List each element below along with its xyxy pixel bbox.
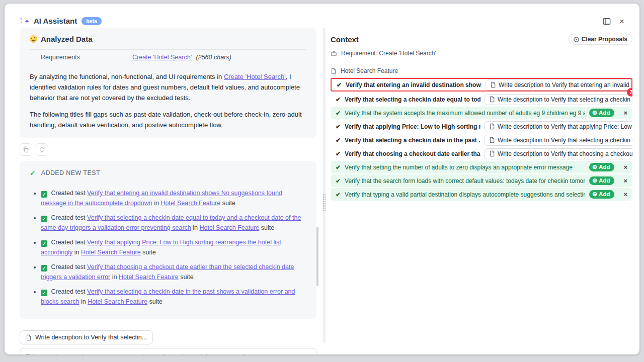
added-new-test-header: ✓ ADDED NEW TEST <box>30 169 306 177</box>
add-label: Add <box>599 191 610 197</box>
created-test-link[interactable]: Verify that selecting a checkin date equ… <box>41 214 301 231</box>
context-feature-label: Hotel Search Feature <box>341 67 398 74</box>
plus-circle-icon: ⊕ <box>592 110 597 116</box>
created-test-item: ✓ Created test Verify that applying Pric… <box>41 237 306 257</box>
proposal-title: Verify that the system accepts the maxim… <box>345 110 585 117</box>
proposal-title: Verify that the search form loads with c… <box>345 177 585 185</box>
context-requirement-label: Requirement: Create 'Hotel Search' <box>341 50 436 57</box>
left-panel-scrollbar[interactable] <box>316 227 318 286</box>
add-label: Add <box>599 177 610 184</box>
document-icon <box>26 334 32 341</box>
requirement-link[interactable]: Create 'Hotel Search' <box>132 54 192 61</box>
analyzed-data-title: Analyzed Data <box>41 35 93 43</box>
add-proposal-button[interactable]: ⊕Add <box>589 163 614 171</box>
regenerate-button[interactable] <box>36 143 48 156</box>
context-feature-row: Hotel Search Feature <box>331 67 632 74</box>
dismiss-proposal-button[interactable]: × <box>621 191 629 198</box>
proposal-list: ✔Verify that entering an invalid destina… <box>331 78 632 201</box>
divider-drag-handle[interactable] <box>323 194 326 212</box>
context-requirement-row: Requirement: Create 'Hotel Search' <box>331 50 632 62</box>
panel-divider <box>323 28 326 343</box>
write-description-draft-chip[interactable]: Write description to Verify that selecti… <box>20 330 153 344</box>
briefcase-icon <box>331 50 337 57</box>
proposal-check-icon: ✔ <box>336 110 341 117</box>
write-description-chip[interactable]: Write description to Verify that choosin… <box>485 148 632 159</box>
proposal-count-badge: 7 <box>627 88 632 97</box>
analysis-paragraph-2: The following titles fill gaps such as p… <box>30 109 306 130</box>
created-check-icon: ✓ <box>41 290 47 296</box>
created-test-link[interactable]: Verify that selecting a checkin date in … <box>41 288 295 305</box>
created-test-item: ✓ Created test Verify that selecting a c… <box>41 213 306 233</box>
dialog-title: AI Assistant <box>34 17 77 25</box>
response-actions <box>20 143 316 156</box>
success-check-icon: ✓ <box>30 169 36 177</box>
add-proposal-button[interactable]: ⊕Add <box>589 190 614 199</box>
created-check-icon: ✓ <box>41 265 47 272</box>
proposal-row: ✔Verify that typing a valid partial dest… <box>331 188 632 201</box>
paragraph-text: By analyzing the functional, non-functio… <box>30 73 224 80</box>
proposal-row: ✔Verify that the search form loads with … <box>331 174 632 187</box>
add-proposal-button[interactable]: ⊕Add <box>589 176 614 185</box>
suite-link[interactable]: Hotel Search Feature <box>119 274 179 281</box>
proposal-check-icon: ✔ <box>336 137 341 144</box>
analyzed-data-heading: Analyzed Data <box>30 35 306 43</box>
circle-x-icon <box>573 36 580 43</box>
add-label: Add <box>599 110 610 116</box>
panel-layout-button[interactable] <box>603 18 611 25</box>
write-description-label: Write description to Verify that applyin… <box>498 123 632 130</box>
created-check-icon: ✓ <box>41 240 47 247</box>
dismiss-proposal-button[interactable]: × <box>621 177 629 185</box>
proposal-check-icon: ✔ <box>337 81 342 88</box>
document-icon <box>489 137 495 143</box>
created-test-item: ✓ Created test Verify that choosing a ch… <box>41 262 306 282</box>
context-title: Context <box>331 35 359 44</box>
analysis-paragraph-1: By analyzing the functional, non-functio… <box>30 71 306 103</box>
created-test-item: ✓ Created test Verify that entering an i… <box>41 188 306 208</box>
refresh-icon <box>39 146 45 153</box>
proposal-row: ✔Verify that selecting a checkin date eq… <box>331 93 632 106</box>
proposal-title: Verify that selecting a checkin date in … <box>345 137 480 144</box>
write-description-label: Write description to Verify that selecti… <box>498 96 632 103</box>
requirement-inline-link[interactable]: Create 'Hotel Search' <box>224 73 286 80</box>
proposal-row: ✔Verify that selecting a checkin date in… <box>331 134 632 146</box>
thinking-emoji-icon <box>30 35 37 43</box>
close-dialog-button[interactable]: × <box>619 18 624 25</box>
created-test-item: ✓ Created test Verify that selecting a c… <box>41 287 306 307</box>
add-label: Add <box>599 164 610 170</box>
proposal-title: Verify that choosing a checkout date ear… <box>345 150 480 157</box>
write-description-chip[interactable]: Write description to Verify that applyin… <box>485 121 632 132</box>
proposal-row: ✔Verify that choosing a checkout date ea… <box>331 147 632 160</box>
close-icon: × <box>619 18 624 25</box>
plus-circle-icon: ⊕ <box>592 191 597 197</box>
proposal-check-icon: ✔ <box>336 177 341 185</box>
context-header: Context Clear Proposals <box>331 34 632 45</box>
created-check-icon: ✓ <box>41 191 47 198</box>
dismiss-proposal-button[interactable]: × <box>621 109 629 117</box>
added-new-test-card: ✓ ADDED NEW TEST ✓ Created test Verify t… <box>20 161 316 319</box>
write-description-label: Write description to Verify that selecti… <box>498 137 632 144</box>
write-description-chip[interactable]: Write description to Verify that selecti… <box>485 94 632 105</box>
suite-link[interactable]: Hotel Search Feature <box>199 224 259 231</box>
add-proposal-button[interactable]: ⊕Add <box>589 109 614 117</box>
proposal-row: ✔Verify that setting the number of adult… <box>331 161 632 173</box>
follow-up-input[interactable] <box>20 348 316 355</box>
dismiss-proposal-button[interactable]: × <box>621 163 629 171</box>
copy-button[interactable] <box>20 143 32 156</box>
suite-link[interactable]: Hotel Search Feature <box>160 200 220 207</box>
assistant-response-panel: Analyzed Data Requirements Create 'Hotel… <box>20 28 316 355</box>
write-description-chip[interactable]: Write description to Verify that selecti… <box>485 135 632 146</box>
created-test-link[interactable]: Verify that applying Price: Low to High … <box>41 239 281 256</box>
clear-proposals-button[interactable]: Clear Proposals <box>568 34 632 45</box>
requirements-char-count: (2560 chars) <box>196 54 231 61</box>
suite-link[interactable]: Hotel Search Feature <box>81 249 141 256</box>
proposal-row: ✔Verify that entering an invalid destina… <box>331 78 632 92</box>
document-icon <box>489 123 495 130</box>
suite-link[interactable]: Hotel Search Feature <box>88 298 147 305</box>
context-panel: Context Clear Proposals Requirement: Cre… <box>331 28 632 350</box>
proposal-check-icon: ✔ <box>336 164 341 171</box>
requirements-row: Requirements Create 'Hotel Search' (2560… <box>30 49 306 65</box>
write-description-chip[interactable]: Write description to Verify that enterin… <box>486 79 632 90</box>
write-description-label: Write description to Verify that enterin… <box>499 81 632 88</box>
document-icon <box>490 81 496 88</box>
document-icon <box>489 150 495 157</box>
